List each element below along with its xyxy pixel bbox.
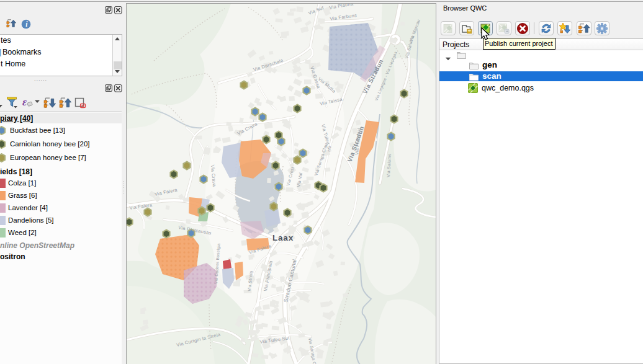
svg-text:Laax: Laax bbox=[272, 233, 294, 242]
svg-text:ε: ε bbox=[22, 96, 27, 108]
